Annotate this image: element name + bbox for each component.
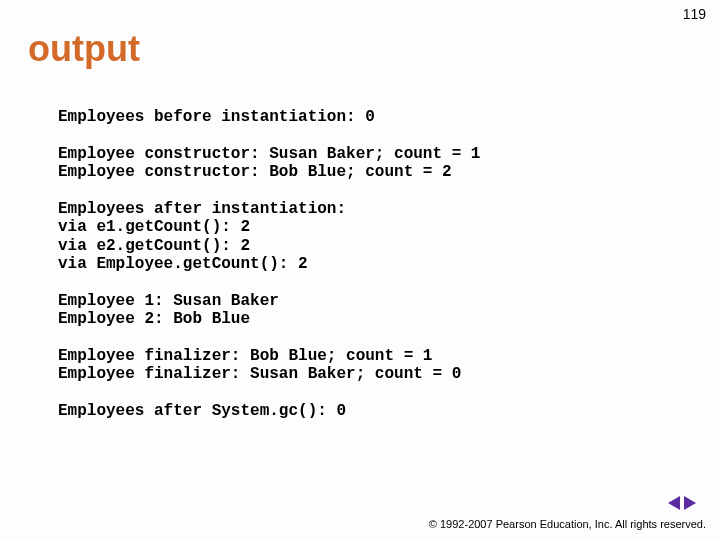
slide-title: output [28, 28, 140, 70]
copyright-footer: © 1992-2007 Pearson Education, Inc. All … [429, 518, 706, 530]
prev-icon[interactable] [668, 496, 680, 510]
output-code: Employees before instantiation: 0 Employ… [58, 108, 480, 421]
slide: 119 output Employees before instantiatio… [0, 0, 720, 540]
next-icon[interactable] [684, 496, 696, 510]
nav-controls [668, 496, 696, 510]
page-number: 119 [683, 6, 706, 22]
